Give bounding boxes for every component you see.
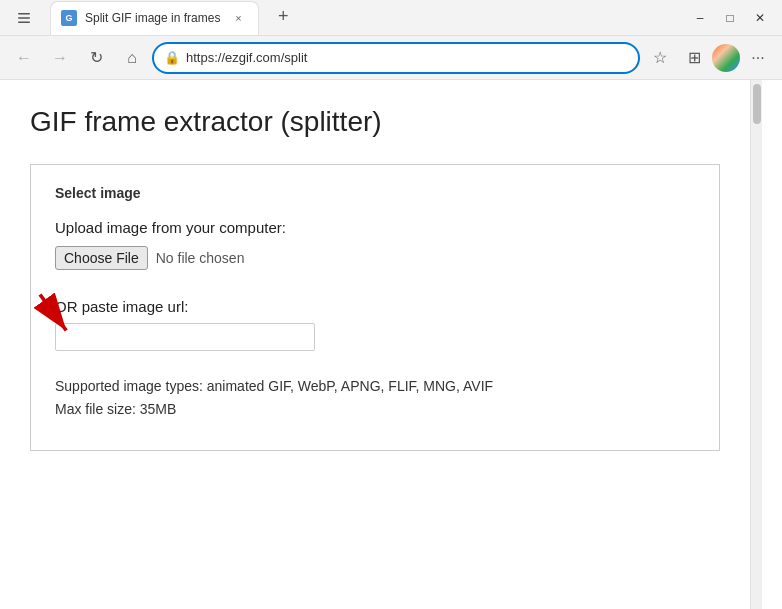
forward-icon: → bbox=[52, 49, 68, 67]
close-btn[interactable]: ✕ bbox=[746, 4, 774, 32]
forward-btn[interactable]: → bbox=[44, 42, 76, 74]
back-icon: ← bbox=[16, 49, 32, 67]
select-image-legend: Select image bbox=[55, 185, 695, 201]
toolbar: ← → ↻ ⌂ 🔒 https://ezgif.com/split ☆ ⊞ ··… bbox=[0, 36, 782, 80]
profile-btn[interactable] bbox=[712, 44, 740, 72]
url-label: OR paste image url: bbox=[55, 298, 695, 315]
more-icon: ··· bbox=[751, 49, 764, 67]
scrollbar-thumb[interactable] bbox=[753, 84, 761, 124]
favorites-btn[interactable]: ☆ bbox=[644, 42, 676, 74]
arrow-container: Upload image from your computer: Choose … bbox=[55, 219, 695, 270]
url-input[interactable] bbox=[55, 323, 315, 351]
tab-title: Split GIF image in frames bbox=[85, 11, 220, 25]
title-bar: G Split GIF image in frames × + – □ ✕ bbox=[0, 0, 782, 36]
page-inner: GIF frame extractor (splitter) Select im… bbox=[0, 80, 750, 609]
collections-btn[interactable]: ⊞ bbox=[678, 42, 710, 74]
page-title: GIF frame extractor (splitter) bbox=[30, 104, 720, 140]
home-btn[interactable]: ⌂ bbox=[116, 42, 148, 74]
back-btn[interactable]: ← bbox=[8, 42, 40, 74]
choose-file-btn[interactable]: Choose File bbox=[55, 246, 148, 270]
window-controls bbox=[8, 2, 40, 34]
minimize-btn[interactable]: – bbox=[686, 4, 714, 32]
supported-types-text: Supported image types: animated GIF, Web… bbox=[55, 375, 695, 420]
select-image-box: Select image Upload image from your comp… bbox=[30, 164, 720, 451]
no-file-text: No file chosen bbox=[156, 250, 245, 266]
maximize-btn[interactable]: □ bbox=[716, 4, 744, 32]
collections-icon: ⊞ bbox=[688, 48, 701, 67]
toolbar-right: ☆ ⊞ ··· bbox=[644, 42, 774, 74]
lock-icon: 🔒 bbox=[164, 50, 180, 65]
address-bar[interactable]: 🔒 https://ezgif.com/split bbox=[152, 42, 640, 74]
more-btn[interactable]: ··· bbox=[742, 42, 774, 74]
svg-rect-2 bbox=[18, 21, 30, 23]
star-icon: ☆ bbox=[653, 48, 667, 67]
address-text: https://ezgif.com/split bbox=[186, 50, 628, 65]
file-input-row: Choose File No file chosen bbox=[55, 246, 695, 270]
home-icon: ⌂ bbox=[127, 49, 137, 67]
upload-label: Upload image from your computer: bbox=[55, 219, 695, 236]
page-content: GIF frame extractor (splitter) Select im… bbox=[0, 80, 782, 609]
tab-favicon: G bbox=[61, 10, 77, 26]
refresh-btn[interactable]: ↻ bbox=[80, 42, 112, 74]
svg-rect-1 bbox=[18, 17, 30, 19]
svg-rect-0 bbox=[18, 13, 30, 15]
sidebar-toggle-btn[interactable] bbox=[8, 2, 40, 34]
active-tab[interactable]: G Split GIF image in frames × bbox=[50, 1, 259, 35]
new-tab-btn[interactable]: + bbox=[267, 1, 299, 33]
browser-window: G Split GIF image in frames × + – □ ✕ ← … bbox=[0, 0, 782, 609]
tab-close-btn[interactable]: × bbox=[228, 8, 248, 28]
refresh-icon: ↻ bbox=[90, 48, 103, 67]
scrollbar[interactable] bbox=[750, 80, 762, 609]
